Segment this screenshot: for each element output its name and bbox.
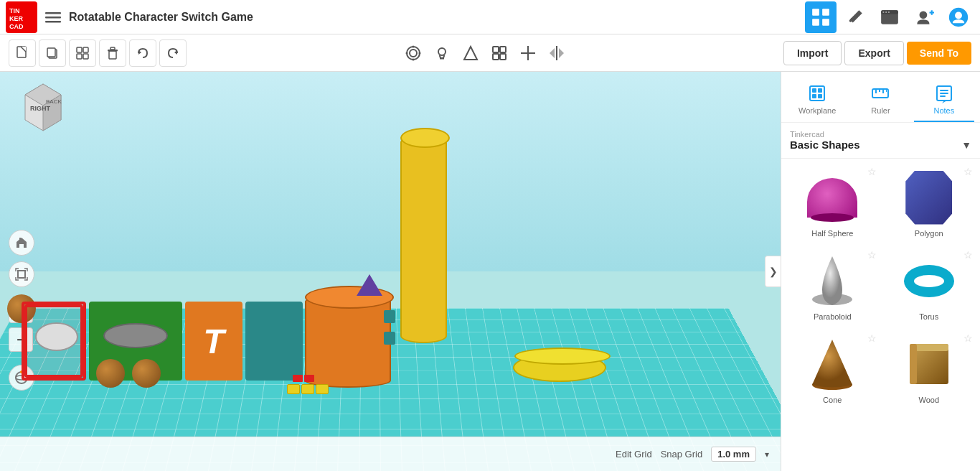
shapes-library-header: Tinkercad Basic Shapes ▼ — [781, 123, 980, 159]
tab-workplane[interactable]: Workplane — [787, 78, 847, 122]
svg-rect-70 — [879, 89, 880, 92]
svg-rect-9 — [812, 19, 819, 26]
ruler-tab-label: Ruler — [871, 106, 890, 115]
paraboloid-star[interactable]: ☆ — [867, 249, 877, 261]
light-tool[interactable] — [429, 40, 455, 66]
svg-point-41 — [438, 48, 446, 55]
collapse-panel-button[interactable]: ❯ — [765, 256, 781, 287]
svg-rect-42 — [440, 58, 444, 60]
group-tool[interactable] — [486, 40, 512, 66]
svg-rect-45 — [500, 47, 506, 52]
shape-tool[interactable] — [458, 40, 484, 66]
export-button[interactable]: Export — [844, 41, 903, 65]
tab-notes[interactable]: Notes — [914, 78, 974, 122]
shape-half-sphere[interactable]: ☆ Half Sphere — [787, 164, 878, 242]
snap-tool[interactable] — [515, 40, 541, 66]
svg-point-38 — [412, 58, 414, 60]
svg-rect-47 — [500, 54, 506, 60]
polygon-star[interactable]: ☆ — [963, 166, 973, 177]
svg-rect-25 — [47, 48, 55, 57]
new-button[interactable] — [9, 39, 36, 67]
wood-svg — [904, 338, 954, 390]
tinkercad-logo[interactable]: TIN KER CAD — [6, 1, 37, 33]
svg-point-21 — [955, 11, 962, 19]
character-group[interactable]: T — [22, 302, 303, 381]
polygon-shape — [905, 171, 952, 225]
snap-grid-label: Snap Grid — [661, 449, 703, 460]
svg-rect-76 — [940, 95, 946, 97]
svg-rect-74 — [940, 90, 948, 91]
camera-tool[interactable] — [400, 40, 426, 66]
svg-marker-43 — [464, 47, 477, 60]
shape-wood[interactable]: ☆ — [884, 331, 975, 409]
red-cage-object[interactable] — [22, 302, 86, 381]
torus-star[interactable]: ☆ — [963, 249, 973, 261]
toolbar-action-buttons: Import Export Send To — [783, 41, 971, 65]
svg-rect-67 — [818, 94, 822, 98]
svg-rect-30 — [109, 51, 116, 59]
svg-point-40 — [418, 52, 420, 54]
svg-rect-58 — [19, 238, 21, 241]
svg-text:TIN: TIN — [9, 7, 20, 14]
shapes-library-select[interactable]: Basic Shapes — [790, 139, 958, 151]
3d-viewport[interactable]: RIGHT BACK — [0, 72, 781, 471]
grid-view-button[interactable] — [805, 1, 837, 33]
svg-rect-64 — [812, 88, 816, 93]
orange-cylinder-object[interactable] — [305, 294, 391, 388]
undo-button[interactable] — [129, 39, 156, 67]
green-box-object[interactable] — [89, 302, 182, 381]
paraboloid-label: Paraboloid — [814, 312, 852, 321]
notes-tab-label: Notes — [933, 106, 954, 115]
main-toolbar: Import Export Send To — [0, 34, 980, 72]
svg-point-35 — [407, 47, 420, 60]
cone-label: Cone — [823, 396, 842, 404]
menu-icon[interactable] — [40, 4, 66, 30]
shape-paraboloid[interactable]: ☆ — [787, 248, 878, 325]
cone-svg — [809, 338, 856, 390]
shapes-dropdown-arrow[interactable]: ▼ — [961, 139, 971, 151]
shapes-row-3: ☆ Cone — [787, 331, 974, 409]
send-to-button[interactable]: Send To — [907, 42, 971, 65]
svg-text:RIGHT: RIGHT — [30, 105, 51, 112]
redo-button[interactable] — [159, 39, 187, 67]
yellow-disk-object[interactable] — [513, 353, 606, 382]
view-cube[interactable]: RIGHT BACK — [14, 80, 68, 134]
wood-star[interactable]: ☆ — [963, 332, 973, 344]
teal-box-1[interactable] — [245, 302, 303, 381]
home-button[interactable] — [9, 230, 34, 256]
yellow-cylinder-object[interactable] — [400, 135, 447, 343]
import-button[interactable]: Import — [783, 41, 842, 65]
svg-point-17 — [920, 11, 928, 19]
fit-button[interactable] — [9, 261, 34, 287]
torus-label: Torus — [919, 312, 938, 321]
edit-grid-button[interactable]: Edit Grid — [616, 449, 652, 460]
build-view-button[interactable] — [839, 1, 871, 33]
svg-rect-69 — [875, 89, 877, 93]
torus-preview — [897, 252, 961, 309]
cone-star[interactable]: ☆ — [867, 332, 877, 344]
duplicate-button[interactable] — [69, 39, 96, 67]
svg-point-14 — [882, 11, 884, 12]
svg-point-37 — [412, 45, 414, 47]
code-view-button[interactable] — [874, 1, 905, 33]
orange-letter-object[interactable]: T — [185, 302, 242, 381]
svg-rect-29 — [83, 54, 88, 59]
svg-rect-8 — [822, 9, 829, 16]
snap-dropdown-arrow[interactable]: ▾ — [765, 449, 769, 460]
shape-cone[interactable]: ☆ Cone — [787, 331, 878, 409]
shape-torus[interactable]: ☆ Torus — [884, 248, 975, 325]
snap-grid-value[interactable]: 1.0 mm — [711, 447, 756, 462]
tab-ruler[interactable]: Ruler — [850, 78, 910, 122]
add-user-button[interactable] — [908, 1, 940, 33]
shapes-grid: ☆ Half Sphere ☆ Polygon ☆ — [781, 159, 980, 471]
wood-label: Wood — [918, 396, 939, 404]
half-sphere-star[interactable]: ☆ — [867, 166, 877, 177]
profile-button[interactable] — [943, 1, 974, 33]
mirror-tool[interactable] — [544, 40, 570, 66]
nav-right-buttons — [805, 1, 974, 33]
delete-button[interactable] — [99, 39, 126, 67]
yellow-pieces — [287, 384, 329, 394]
copy-to-button[interactable] — [39, 39, 66, 67]
shape-polygon[interactable]: ☆ Polygon — [884, 164, 975, 242]
viewport-status-bar: Edit Grid Snap Grid 1.0 mm ▾ — [0, 437, 781, 471]
